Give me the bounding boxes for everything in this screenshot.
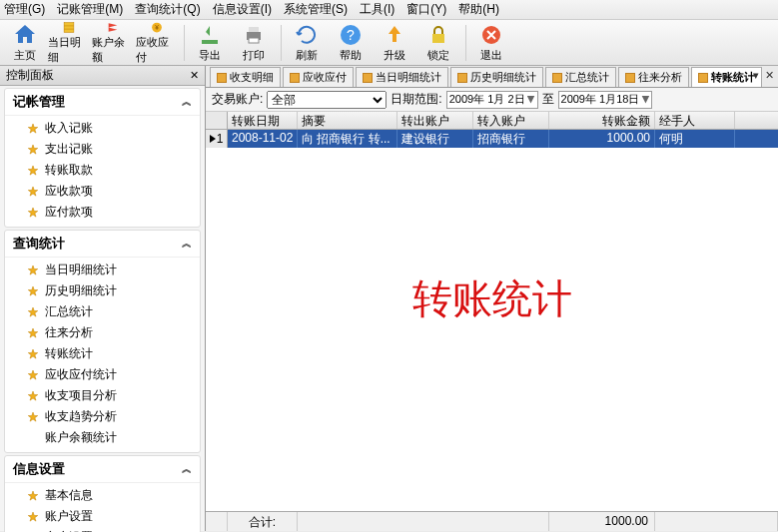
date-to[interactable]: 2009年 1月18日 — [558, 91, 653, 109]
detail-button[interactable]: 当日明细 — [48, 21, 90, 65]
tab-close-icon[interactable]: ✕ — [765, 69, 774, 82]
col-summary[interactable]: 摘要 — [298, 112, 397, 129]
tab[interactable]: 当日明细统计 — [356, 67, 448, 87]
footer-label: 合计: — [228, 512, 298, 531]
col-op[interactable]: 经手人 — [655, 112, 735, 129]
row-indicator: 1 — [206, 130, 228, 148]
group-head[interactable]: 记帐管理︽ — [5, 89, 200, 116]
tab[interactable]: 转账统计 — [691, 67, 762, 87]
help-button[interactable]: ?帮助 — [330, 21, 372, 65]
to-label: 至 — [542, 91, 554, 108]
detail-icon — [57, 21, 81, 34]
grid-header: 转账日期 摘要 转出账户 转入账户 转账金额 经手人 — [206, 112, 778, 130]
tab[interactable]: 应收应付 — [283, 67, 354, 87]
exit-icon — [479, 23, 503, 47]
date-from[interactable]: 2009年 1月 2日 — [446, 91, 538, 109]
tab[interactable]: 往来分析 — [618, 67, 689, 87]
tab[interactable]: 历史明细统计 — [450, 67, 543, 87]
menu-item[interactable]: 管理(G) — [4, 1, 45, 18]
sidebar-item[interactable]: 应付款项 — [5, 202, 200, 223]
tab-label: 当日明细统计 — [376, 70, 441, 85]
sidebar-item-label: 历史明细统计 — [45, 282, 117, 299]
tab-icon — [363, 73, 373, 83]
tab[interactable]: 收支明细 — [210, 67, 281, 87]
sidebar-item-label: 收入记账 — [45, 120, 93, 137]
sidebar-item[interactable]: 收支项目分析 — [5, 385, 200, 406]
close-icon[interactable]: ✕ — [190, 69, 199, 82]
col-out[interactable]: 转出账户 — [397, 112, 473, 129]
sidebar-item[interactable]: 收入记账 — [5, 118, 200, 139]
separator — [184, 25, 185, 61]
sidebar-item-label: 账户余额统计 — [45, 429, 117, 446]
menu-item[interactable]: 窗口(Y) — [406, 1, 446, 18]
lock-button[interactable]: 锁定 — [417, 21, 459, 65]
group-head[interactable]: 信息设置︽ — [5, 456, 200, 483]
menu-item[interactable]: 信息设置(I) — [213, 1, 272, 18]
lock-icon — [426, 23, 450, 47]
table-row[interactable]: 1 2008-11-02 向 招商银行 转... 建设银行 招商银行 1000.… — [206, 130, 778, 148]
menu-item[interactable]: 系统管理(S) — [284, 1, 348, 18]
sidebar-item[interactable]: 当日明细统计 — [5, 260, 200, 280]
print-button[interactable]: 打印 — [233, 21, 275, 65]
menu-item[interactable]: 帮助(H) — [458, 1, 499, 18]
arap-button[interactable]: ¥应收应付 — [136, 21, 178, 65]
group-0: 记帐管理︽收入记账支出记账转账取款应收款项应付款项 — [4, 88, 201, 228]
tab-icon — [217, 73, 227, 83]
menu-item[interactable]: 工具(I) — [360, 1, 394, 18]
tabbar: 收支明细应收应付当日明细统计历史明细统计汇总统计往来分析转账统计 ▾ ✕ — [206, 66, 778, 88]
sidebar-item[interactable]: 转账取款 — [5, 160, 200, 181]
help-icon: ? — [339, 23, 363, 47]
sidebar-item[interactable]: 收支趋势分析 — [5, 406, 200, 427]
sidebar-item[interactable]: 客户设置 — [5, 527, 200, 532]
footer-bar: 合计: 1000.00 — [206, 511, 778, 531]
tab-label: 收支明细 — [230, 70, 274, 85]
tab-label: 历史明细统计 — [470, 70, 536, 85]
content-area: 收支明细应收应付当日明细统计历史明细统计汇总统计往来分析转账统计 ▾ ✕ 交易账… — [206, 66, 778, 531]
sidebar-item[interactable]: 往来分析 — [5, 322, 200, 343]
tab-label: 汇总统计 — [565, 70, 609, 85]
sidebar-item[interactable]: 账户余额统计 — [5, 427, 200, 448]
menu-item[interactable]: 查询统计(Q) — [135, 1, 200, 18]
tab-dropdown-icon[interactable]: ▾ — [753, 69, 759, 82]
refresh-button[interactable]: 刷新 — [286, 21, 328, 65]
col-date[interactable]: 转账日期 — [228, 112, 298, 129]
sidebar-item-label: 转账统计 — [45, 345, 93, 362]
exit-button[interactable]: 退出 — [470, 21, 512, 65]
sidebar-item-label: 应收应付统计 — [45, 366, 117, 383]
sidebar-item-label: 往来分析 — [45, 324, 93, 341]
sidebar-item[interactable]: 转账统计 — [5, 343, 200, 364]
tab-icon — [698, 73, 708, 83]
account-select[interactable]: 全部 — [267, 91, 387, 109]
sidebar-item[interactable]: 汇总统计 — [5, 301, 200, 322]
separator — [465, 25, 466, 61]
sidebar-item[interactable]: 应收应付统计 — [5, 364, 200, 385]
sidebar-item-label: 支出记账 — [45, 141, 93, 158]
balance-button[interactable]: 账户余额 — [92, 21, 134, 65]
sidebar-item[interactable]: 历史明细统计 — [5, 280, 200, 301]
tab-icon — [625, 73, 635, 83]
home-button[interactable]: 主页 — [4, 21, 46, 65]
col-in[interactable]: 转入账户 — [473, 112, 549, 129]
tab-icon — [552, 73, 562, 83]
export-button[interactable]: 导出 — [189, 21, 231, 65]
sidebar-item-label: 收支项目分析 — [45, 387, 117, 404]
tab[interactable]: 汇总统计 — [545, 67, 616, 87]
sidebar-item-label: 账户设置 — [45, 508, 93, 525]
toolbar: 主页 当日明细 账户余额 ¥应收应付 导出 打印 刷新 ?帮助 升级 锁定 退出 — [0, 20, 778, 66]
sidebar-item-label: 汇总统计 — [45, 303, 93, 320]
tab-icon — [457, 73, 467, 83]
sidebar-item[interactable]: 应收款项 — [5, 181, 200, 202]
sidebar-item-label: 收支趋势分析 — [45, 408, 117, 425]
print-icon — [242, 23, 266, 47]
sidebar-item[interactable]: 支出记账 — [5, 139, 200, 160]
sidebar-item-label: 应收款项 — [45, 183, 93, 200]
watermark: 转账统计 — [412, 271, 572, 326]
menu-item[interactable]: 记账管理(M) — [57, 1, 123, 18]
sidebar-item[interactable]: 账户设置 — [5, 506, 200, 527]
upgrade-button[interactable]: 升级 — [374, 21, 415, 65]
group-head[interactable]: 查询统计︽ — [5, 231, 200, 258]
col-amt[interactable]: 转账金额 — [549, 112, 655, 129]
sidebar-item[interactable]: 基本信息 — [5, 485, 200, 506]
export-icon — [198, 23, 222, 47]
svg-text:?: ? — [347, 27, 355, 43]
